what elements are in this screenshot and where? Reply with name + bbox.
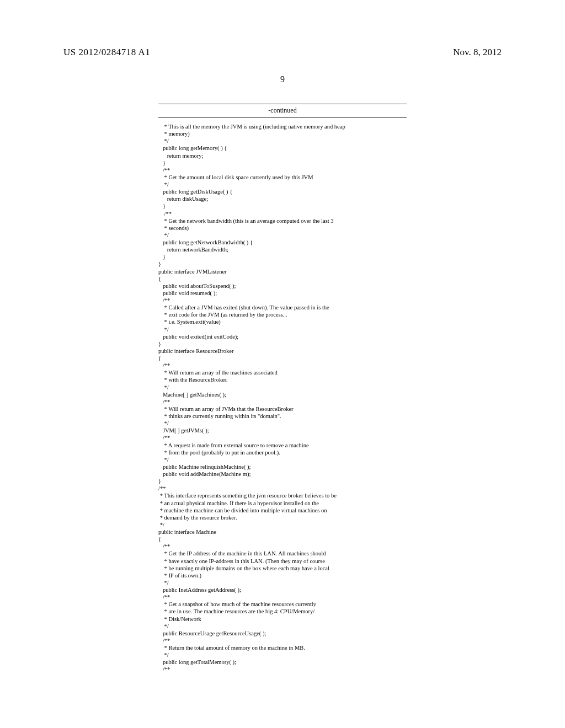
code-content: * This is all the memory the JVM is usin… — [158, 123, 407, 673]
publication-number: US 2012/0284718 A1 — [63, 47, 150, 58]
publication-date: Nov. 8, 2012 — [453, 47, 502, 58]
page-header: US 2012/0284718 A1 Nov. 8, 2012 — [0, 0, 565, 58]
page-number: 9 — [0, 74, 565, 84]
code-listing-block: -continued * This is all the memory the … — [158, 104, 407, 673]
continued-label: -continued — [158, 104, 407, 117]
